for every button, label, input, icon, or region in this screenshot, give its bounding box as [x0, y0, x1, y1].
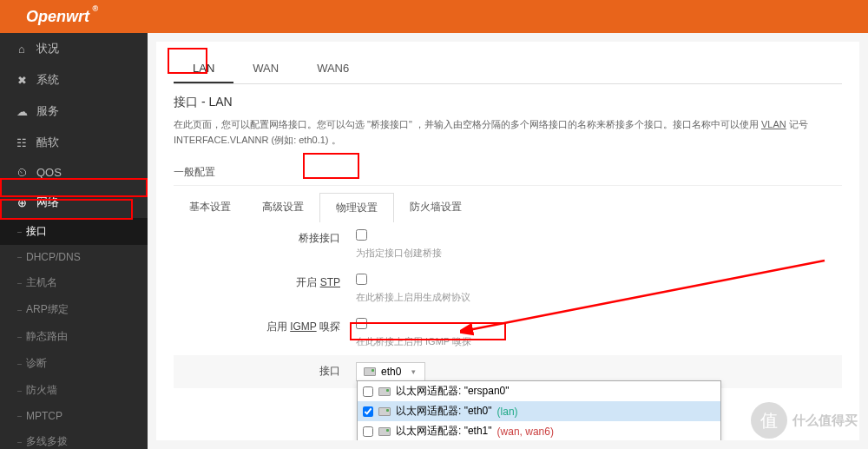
ethernet-icon: [378, 427, 391, 436]
globe-icon: ⊕: [16, 196, 28, 209]
sidebar-item-label: 服务: [36, 103, 59, 119]
dropdown-item[interactable]: 以太网适配器: "eth0" (lan): [358, 401, 720, 421]
interface-tabs: LAN WAN WAN6: [174, 55, 842, 84]
row-interface: 接口 eth0 ▾ 以太网适配器: "erspan0" 以太网适配器: "eth…: [174, 355, 842, 388]
sidebar-item-label: 接口: [26, 225, 47, 237]
sidebar-item-label: 酷软: [36, 135, 59, 150]
content-area: LAN WAN WAN6 接口 - LAN 在此页面，您可以配置网络接口。您可以…: [156, 42, 859, 440]
sidebar-item-label: ARP绑定: [26, 303, 69, 315]
stp-hint: 在此桥接上启用生成树协议: [356, 291, 842, 304]
sidebar-item-services[interactable]: ☁服务: [0, 96, 148, 127]
header: Openwrt: [0, 0, 868, 33]
tab-wan6[interactable]: WAN6: [298, 55, 368, 83]
row-bridge: 桥接接口 为指定接口创建桥接: [174, 222, 842, 267]
tab-lan[interactable]: LAN: [174, 55, 233, 83]
subtab-physical[interactable]: 物理设置: [319, 193, 394, 222]
grid-icon: ☷: [16, 136, 28, 149]
sidebar-item-label: 多线多拨: [26, 435, 68, 447]
sidebar-item-label: QOS: [36, 166, 62, 179]
general-subtabs: 基本设置 高级设置 物理设置 防火墙设置: [174, 193, 842, 222]
ethernet-icon: [364, 367, 376, 376]
vlan-link[interactable]: VLAN: [761, 119, 786, 129]
ethernet-icon: [378, 407, 391, 416]
sidebar-item-label: 网络: [36, 195, 59, 210]
sidebar-item-label: 系统: [36, 72, 59, 88]
subtab-firewall[interactable]: 防火墙设置: [394, 193, 477, 222]
sidebar-sub-mptcp[interactable]: MPTCP: [0, 404, 148, 428]
bridge-checkbox[interactable]: [356, 229, 367, 241]
brand-logo: Openwrt: [26, 8, 89, 26]
page-title: 接口 - LAN: [174, 95, 842, 110]
sidebar-item-qos[interactable]: ⏲QOS: [0, 158, 148, 187]
stp-checkbox[interactable]: [356, 274, 367, 285]
option-checkbox[interactable]: [363, 386, 373, 397]
row-igmp: 启用 IGMP 嗅探 在此桥接上启用 IGMP 嗅探: [174, 311, 842, 355]
tab-wan[interactable]: WAN: [233, 55, 298, 83]
dropdown-item[interactable]: 以太网适配器: "erspan0": [358, 381, 720, 401]
sidebar-sub-staticroute[interactable]: 静态路由: [0, 323, 148, 350]
home-icon: ⌂: [16, 43, 28, 56]
watermark-icon: 值: [751, 402, 787, 439]
igmp-hint: 在此桥接上启用 IGMP 嗅探: [356, 335, 842, 348]
tools-icon: ✖: [16, 74, 28, 87]
sidebar-item-kuruan[interactable]: ☷酷软: [0, 127, 148, 158]
bridge-hint: 为指定接口创建桥接: [356, 247, 842, 260]
dropdown-item[interactable]: 以太网适配器: "eth1" (wan, wan6): [358, 421, 720, 440]
sidebar-item-label: 诊断: [26, 357, 47, 369]
subtab-advanced[interactable]: 高级设置: [247, 193, 319, 222]
sidebar-item-label: 防火墙: [26, 384, 57, 396]
sidebar-item-label: DHCP/DNS: [26, 251, 81, 263]
interface-value: eth0: [381, 366, 401, 378]
sidebar-sub-firewall[interactable]: 防火墙: [0, 377, 148, 404]
sidebar-sub-multiwan[interactable]: 多线多拨: [0, 428, 148, 449]
label-interface: 接口: [174, 362, 356, 379]
chevron-down-icon: ▾: [411, 367, 416, 376]
interface-select[interactable]: eth0 ▾ 以太网适配器: "erspan0" 以太网适配器: "eth0" …: [356, 362, 425, 381]
interface-dropdown: 以太网适配器: "erspan0" 以太网适配器: "eth0" (lan) 以…: [357, 380, 721, 440]
sidebar-item-label: 静态路由: [26, 330, 68, 342]
sidebar-sub-hostname[interactable]: 主机名: [0, 269, 148, 296]
sidebar-item-label: 主机名: [26, 276, 57, 288]
sidebar-item-system[interactable]: ✖系统: [0, 64, 148, 96]
sidebar-item-network[interactable]: ⊕网络: [0, 187, 148, 218]
sidebar-sub-arp[interactable]: ARP绑定: [0, 296, 148, 323]
option-checkbox[interactable]: [363, 406, 373, 417]
page-description: 在此页面，您可以配置网络接口。您可以勾选 "桥接接口" ，并输入由空格分隔的多个…: [174, 117, 842, 148]
sidebar-sub-dhcpdns[interactable]: DHCP/DNS: [0, 245, 148, 269]
label-igmp: 启用 IGMP 嗅探: [174, 318, 356, 334]
watermark: 值 什么值得买: [751, 402, 858, 439]
label-stp: 开启 STP: [174, 274, 356, 290]
section-general: 一般配置: [174, 165, 842, 186]
ethernet-icon: [378, 387, 391, 396]
sidebar-sub-interfaces[interactable]: 接口: [0, 218, 148, 245]
igmp-checkbox[interactable]: [356, 318, 367, 329]
subtab-basic[interactable]: 基本设置: [174, 193, 247, 222]
sidebar: ⌂状况 ✖系统 ☁服务 ☷酷软 ⏲QOS ⊕网络 接口 DHCP/DNS 主机名…: [0, 33, 148, 449]
row-stp: 开启 STP 在此桥接上启用生成树协议: [174, 267, 842, 311]
label-bridge: 桥接接口: [174, 229, 356, 246]
watermark-text: 什么值得买: [792, 413, 858, 429]
cloud-icon: ☁: [16, 105, 28, 118]
sidebar-item-label: MPTCP: [26, 410, 62, 422]
gauge-icon: ⏲: [16, 166, 28, 179]
option-checkbox[interactable]: [363, 426, 373, 437]
sidebar-item-status[interactable]: ⌂状况: [0, 33, 148, 64]
sidebar-item-label: 状况: [36, 41, 59, 56]
sidebar-sub-diagnostics[interactable]: 诊断: [0, 350, 148, 377]
